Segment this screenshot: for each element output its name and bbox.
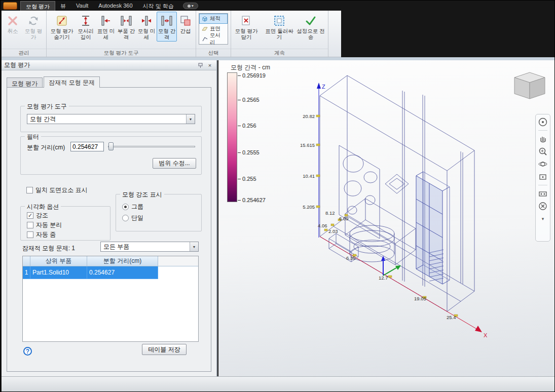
surface-fine-icon — [99, 14, 113, 27]
viewport-canvas[interactable]: Z X — [218, 60, 554, 376]
close-evaluation-button[interactable]: 모형 평가 닫기 — [233, 12, 260, 42]
potential-problems-page: 모형 평가 도구 모형 간격 ▼ 필터 분할 거리(cm) 범위 수정... 일… — [7, 87, 211, 372]
ribbon-tab-getstarted[interactable]: 시작 및 학습 — [138, 1, 179, 11]
checkbox-box[interactable] — [27, 222, 33, 228]
model-fine-button[interactable]: 모형 미세 — [136, 12, 157, 42]
highlight-checkbox[interactable]: ✓ 강조 — [27, 211, 48, 220]
part-gap-icon — [119, 14, 133, 27]
steering-wheel-icon[interactable] — [537, 116, 548, 128]
checkbox-box[interactable] — [26, 187, 33, 193]
ribbon-tab-view[interactable]: 뷰 — [55, 1, 71, 11]
refresh-arrows-icon — [26, 14, 41, 27]
visual-options-groupbox: 시각화 옵션 ✓ 강조 자동 분리 자동 줌 — [20, 206, 110, 241]
radio-button[interactable] — [122, 204, 129, 210]
hide-evaluation-button[interactable]: 모형 평가 숨기기 — [48, 12, 76, 42]
distance-slider[interactable] — [108, 142, 195, 151]
tab-potential-problems[interactable]: 잠재적 모형 문제 — [44, 76, 100, 88]
cube-icon — [201, 15, 208, 22]
panel-title: 모형 평가 — [4, 61, 196, 69]
ribbon: 취소 모형 평가 관리 모형 평가 숨기기 — [2, 11, 341, 57]
slider-thumb[interactable] — [108, 142, 114, 150]
highlight-display-groupbox: 모형 강조 표시 그룹 단일 — [116, 194, 202, 231]
group-label-manage: 관리 — [2, 49, 46, 57]
table-row[interactable]: 1 Part1.Solid10 0.254627 — [23, 266, 198, 279]
group-radio[interactable]: 그룹 — [122, 203, 143, 211]
cloud-icon — [188, 5, 191, 8]
ribbon-tab-vault[interactable]: Vault — [71, 1, 93, 11]
select-edge-button[interactable]: 모서리 — [199, 34, 228, 44]
surface-wrap-icon — [272, 14, 286, 27]
auto-isolate-checkbox[interactable]: 자동 분리 — [27, 221, 62, 229]
surface-fine-button[interactable]: 표면 미세 — [96, 12, 116, 42]
surface-wrap-button[interactable]: 표면 둘러싸기 — [264, 12, 295, 42]
orbit-icon[interactable] — [537, 159, 548, 170]
cancel-button[interactable]: 취소 — [3, 12, 22, 35]
svg-text:10.41: 10.41 — [303, 173, 315, 179]
ribbon-tab-model-eval[interactable]: 모형 평가 — [20, 1, 55, 11]
distance-label: 분할 거리(cm) — [27, 143, 65, 152]
tool-groupbox: 모형 평가 도구 모형 간격 ▼ — [20, 106, 202, 132]
table-header: 상위 부품 분할 거리(cm) — [23, 256, 198, 266]
selection-stack: 체적 표면 모서리 — [199, 13, 228, 45]
ribbon-tab-bar: 모형 평가 뷰 Vault Autodesk 360 시작 및 학습 ▾ — [1, 1, 554, 11]
panel-titlebar: 모형 평가 × — [2, 60, 216, 70]
highlighted-panel — [416, 172, 450, 284]
svg-text:8.12: 8.12 — [325, 210, 335, 216]
svg-text:15.615: 15.615 — [300, 142, 315, 148]
checkbox-box[interactable] — [27, 231, 33, 238]
ribbon-group-tools: 모형 평가 숨기기 모서리 길이 표면 미세 — [47, 11, 196, 57]
tab-model-evaluation[interactable]: 모형 평가 — [7, 77, 43, 88]
auto-zoom-checkbox[interactable]: 자동 줌 — [27, 230, 56, 239]
send-to-settings-button[interactable]: 설정으로 전송 — [295, 12, 326, 42]
edge-length-icon — [79, 14, 93, 27]
model-evaluate-button[interactable]: 모형 평가 — [22, 12, 45, 42]
interference-button[interactable]: 간섭 — [177, 12, 194, 35]
select-volume-button[interactable]: 체적 — [199, 14, 228, 24]
app-button[interactable] — [3, 2, 17, 10]
chevron-down-icon[interactable]: ▾ — [537, 213, 548, 224]
parts-filter-dropdown[interactable]: 모든 부품 ▼ — [100, 242, 199, 252]
slider-track — [108, 146, 195, 147]
single-radio[interactable]: 단일 — [122, 214, 143, 222]
distance-input[interactable] — [70, 142, 104, 151]
close-icon[interactable]: × — [206, 62, 214, 69]
ribbon-tab-autodesk360[interactable]: Autodesk 360 — [93, 1, 137, 11]
ribbon-group-selection: 체적 표면 모서리 선택 — [196, 11, 231, 57]
svg-text:19.05: 19.05 — [414, 296, 426, 301]
close-wheel-icon[interactable] — [537, 201, 548, 212]
separator — [538, 130, 547, 131]
svg-text:12.7: 12.7 — [379, 275, 388, 281]
camera-icon[interactable] — [537, 188, 548, 199]
filter-groupbox: 필터 분할 거리(cm) 범위 수정... — [20, 136, 202, 175]
evaluation-tool-dropdown[interactable]: 모형 간격 ▼ — [27, 114, 195, 124]
help-icon[interactable]: ? — [23, 347, 32, 356]
modify-range-button[interactable]: 범위 수정... — [153, 158, 196, 169]
view-cube[interactable] — [514, 72, 545, 99]
model-evaluation-panel: 모형 평가 × 모형 평가 잠재적 모형 문제 모형 평가 도구 모형 간격 ▼… — [2, 60, 217, 376]
pin-icon[interactable] — [197, 62, 205, 69]
z-axis: Z — [317, 83, 325, 238]
model-fine-icon — [139, 14, 154, 27]
chevron-down-icon: ▼ — [186, 114, 195, 124]
look-at-icon[interactable] — [537, 171, 548, 182]
viewport[interactable]: 모형 간격 - cm 0.256919 0.2565 0.256 0.2555 … — [218, 60, 554, 376]
model-gap-button[interactable]: 모형 간격 — [157, 12, 177, 42]
zoom-icon[interactable] — [537, 146, 548, 157]
header-parent-part: 상위 부품 — [30, 256, 87, 266]
edge-length-button[interactable]: 모서리 길이 — [76, 12, 96, 42]
save-table-button[interactable]: 테이블 저장 — [142, 344, 187, 355]
x-axis: X — [320, 237, 488, 338]
pan-hand-icon[interactable] — [537, 133, 548, 144]
problems-count-label: 잠재적 모형 문제: 1 — [22, 244, 75, 253]
part-gap-button[interactable]: 부품 간격 — [116, 12, 136, 42]
chevron-down-icon: ▾ — [192, 4, 194, 8]
cloud-menu-badge[interactable]: ▾ — [183, 3, 198, 9]
radio-button[interactable] — [122, 215, 129, 221]
match-geometry-checkbox[interactable]: 일치 도면요소 표시 — [26, 186, 88, 194]
edge-icon — [201, 35, 208, 43]
navigation-bar: ▾ — [535, 114, 550, 242]
problems-table: 상위 부품 분할 거리(cm) 1 Part1.Solid10 0.254627 — [22, 256, 199, 342]
svg-text:X: X — [484, 332, 488, 338]
checkbox-box[interactable]: ✓ — [27, 212, 33, 219]
cancel-x-icon — [6, 14, 20, 27]
